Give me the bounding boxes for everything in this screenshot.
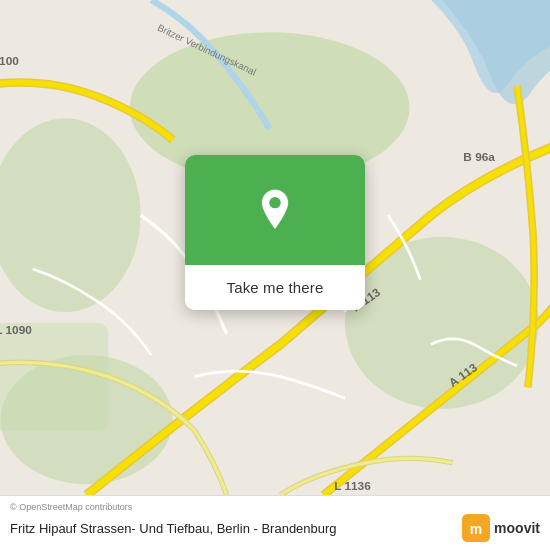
moovit-text: moovit: [494, 520, 540, 536]
popup-map-background: [185, 155, 365, 265]
app: A 100 B 96a L 1090 L 1136 A 113 A 113 Br…: [0, 0, 550, 550]
bottom-bar: © OpenStreetMap contributors Fritz Hipau…: [0, 495, 550, 550]
svg-text:L 1090: L 1090: [0, 323, 32, 337]
popup-card: Take me there: [185, 155, 365, 310]
svg-text:m: m: [470, 521, 482, 537]
svg-rect-5: [0, 323, 108, 431]
place-name: Fritz Hipauf Strassen- Und Tiefbau, Berl…: [10, 521, 337, 536]
map-attribution: © OpenStreetMap contributors: [10, 502, 540, 512]
moovit-icon: m: [462, 514, 490, 542]
svg-text:B 96a: B 96a: [463, 150, 495, 164]
location-pin-icon: [253, 188, 297, 232]
moovit-logo: m moovit: [462, 514, 540, 542]
svg-point-13: [269, 196, 280, 207]
map-container: A 100 B 96a L 1090 L 1136 A 113 A 113 Br…: [0, 0, 550, 495]
svg-text:L 1136: L 1136: [334, 479, 371, 493]
svg-text:A 100: A 100: [0, 54, 19, 68]
place-info-row: Fritz Hipauf Strassen- Und Tiefbau, Berl…: [10, 514, 540, 542]
take-me-there-button[interactable]: Take me there: [185, 265, 365, 310]
